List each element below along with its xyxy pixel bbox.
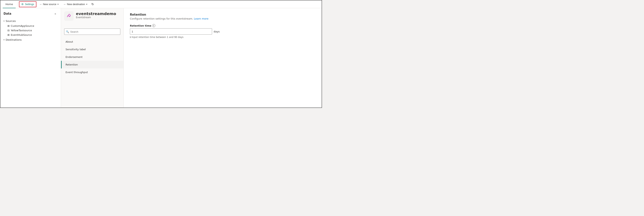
search-input[interactable] [70, 30, 118, 33]
eventstream-name: eventstreamdemo [76, 11, 116, 16]
sources-section[interactable]: ▾ Sources [2, 18, 59, 24]
new-destination-button[interactable]: → New destination ▾ [61, 1, 89, 7]
custom-app-icon: ⊞ [8, 24, 10, 27]
hint-message: Input retention time between 1 and 90 da… [132, 36, 184, 38]
search-icon: 🔍 [66, 30, 69, 33]
destinations-chevron: ▾ [4, 39, 4, 41]
yellow-taxi-label: YellowTaxisource [11, 29, 32, 32]
home-tab-label: Home [6, 3, 13, 6]
panel-title: Data [4, 12, 11, 15]
retention-label: Retention [66, 63, 78, 66]
chevron-down-icon: ▾ [58, 3, 58, 5]
main-area: Data « ▾ Sources ⊞ CustomAppSource ⊟ [0, 8, 322, 108]
list-item[interactable]: ⊞ EventHubSource [6, 33, 59, 37]
menu-item-about[interactable]: About [61, 38, 124, 45]
menu-item-sensitivity[interactable]: Sensitivity label [61, 45, 124, 53]
menu-item-event-throughput[interactable]: Event throughput [61, 68, 124, 76]
retention-description: Configure retention settings for this ev… [130, 17, 247, 20]
hint-text: ℹ Input retention time between 1 and 90 … [130, 36, 247, 38]
top-nav: Home ⚙ Settings → New source ▾ → New des… [0, 0, 322, 8]
about-label: About [66, 40, 73, 43]
nav-divider [17, 2, 18, 7]
sources-chevron: ▾ [4, 20, 4, 22]
info-icon[interactable]: i [152, 24, 155, 27]
settings-menu: About Sensitivity label Endorsement Rete… [61, 38, 124, 76]
search-box[interactable]: 🔍 [64, 28, 120, 35]
retention-heading: Retention [130, 13, 247, 16]
list-item[interactable]: ⊞ CustomAppSource [6, 24, 59, 28]
new-source-icon: → [39, 3, 42, 6]
sources-label: Sources [6, 19, 16, 22]
content-section: Retention Configure retention settings f… [130, 13, 247, 38]
hint-info-icon: ℹ [130, 36, 131, 38]
list-item[interactable]: ⊟ YellowTaxisource [6, 28, 59, 33]
panel-header: Data « [0, 11, 61, 18]
tree-section: ▾ Sources ⊞ CustomAppSource ⊟ YellowTaxi… [0, 18, 61, 42]
settings-label: Settings [25, 3, 34, 6]
eventstream-icon [64, 11, 74, 21]
sensitivity-label: Sensitivity label [66, 48, 86, 51]
days-label: days [214, 30, 220, 33]
event-hub-label: EventHubSource [11, 33, 32, 36]
event-throughput-label: Event throughput [66, 71, 88, 74]
learn-more-link[interactable]: Learn more [194, 17, 208, 20]
middle-panel: eventstreamdemo Eventstream 🔍 About Sens… [61, 8, 124, 108]
eventstream-info: eventstreamdemo Eventstream [76, 11, 116, 19]
collapse-button[interactable]: « [53, 11, 58, 16]
new-destination-icon: → [63, 3, 66, 6]
destinations-section[interactable]: ▾ Destinations [2, 37, 59, 42]
right-panel: Retention Configure retention settings f… [124, 8, 322, 108]
menu-item-endorsement[interactable]: Endorsement [61, 53, 124, 61]
event-hub-icon: ⊞ [8, 33, 10, 36]
destinations-label: Destinations [6, 38, 22, 41]
retention-time-label: Retention time i [130, 24, 247, 27]
settings-button[interactable]: ⚙ Settings [19, 1, 36, 7]
refresh-button[interactable]: ↻ [90, 1, 96, 7]
custom-app-label: CustomAppSource [11, 24, 34, 27]
retention-time-input[interactable] [130, 28, 212, 35]
new-destination-label: New destination [67, 3, 85, 6]
retention-input-row: days [130, 28, 247, 35]
eventstream-type: Eventstream [76, 16, 116, 19]
collapse-icon: « [54, 12, 56, 15]
gear-icon: ⚙ [21, 3, 24, 6]
new-source-button[interactable]: → New source ▾ [37, 1, 60, 7]
retention-desc-text: Configure retention settings for this ev… [130, 17, 193, 20]
chevron-down-icon-dest: ▾ [86, 3, 87, 5]
refresh-icon: ↻ [91, 2, 94, 6]
home-tab[interactable]: Home [3, 0, 16, 8]
sources-children: ⊞ CustomAppSource ⊟ YellowTaxisource ⊞ E… [2, 24, 59, 37]
yellow-taxi-icon: ⊟ [8, 29, 10, 32]
endorsement-label: Endorsement [66, 55, 82, 58]
menu-item-retention[interactable]: Retention [61, 61, 124, 68]
eventstream-header: eventstreamdemo Eventstream [61, 11, 124, 24]
left-panel: Data « ▾ Sources ⊞ CustomAppSource ⊟ [0, 8, 61, 108]
new-source-label: New source [43, 3, 56, 6]
